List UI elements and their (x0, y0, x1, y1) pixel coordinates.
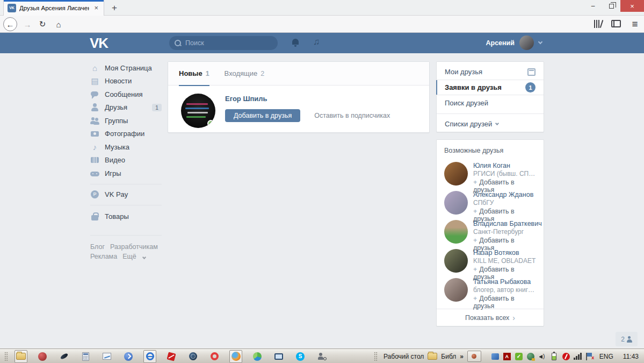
accept-friend-button[interactable]: Добавить в друзья (225, 109, 300, 122)
skype-button[interactable]: S (294, 350, 307, 363)
tab-incoming-requests[interactable]: Входящие 2 (225, 62, 265, 86)
vk-search-field[interactable]: Поиск (169, 36, 278, 50)
battery-icon (552, 353, 556, 360)
restore-button[interactable] (602, 0, 620, 12)
show-all-link[interactable]: Показать всех › (437, 309, 544, 326)
secure-globe-tray-icon[interactable] (526, 352, 535, 361)
toolbar-app-button[interactable] (467, 351, 481, 362)
toolbar-overflow-icon[interactable]: » (460, 353, 464, 360)
user-menu[interactable]: Арсений (486, 35, 542, 50)
footer-link-more[interactable]: Ещё (122, 253, 136, 260)
footer-link-ads[interactable]: Реклама (90, 253, 117, 260)
sidebar-toggle-icon[interactable] (611, 20, 621, 27)
menu-item-friend-requests[interactable]: Заявки в друзья 1 (437, 80, 544, 95)
suggestion-avatar[interactable] (444, 162, 468, 186)
network-error-tray-icon[interactable]: x (585, 352, 594, 361)
menu-item-friend-lists[interactable]: Списки друзей (437, 116, 544, 132)
red-pinwheel-icon[interactable] (165, 350, 178, 363)
mini-magnifier-icon (323, 357, 327, 360)
toolbar-grip[interactable] (374, 352, 378, 361)
home-button[interactable]: ⌂ (52, 17, 66, 31)
sidebar-item-label: Сообщения (105, 90, 143, 98)
dark-app-icon[interactable] (57, 350, 70, 363)
dark-globe-icon[interactable] (186, 350, 199, 363)
adobe-icon: A (503, 353, 511, 360)
user-mail-tray-icon[interactable] (491, 352, 500, 361)
internet-explorer-button[interactable] (143, 350, 156, 363)
clock[interactable]: 11:43 (623, 353, 639, 360)
library-toolbar-label[interactable]: Библ (441, 353, 456, 360)
sidebar-item-groups[interactable]: Группы (90, 114, 162, 127)
active-tab-underline (179, 85, 209, 86)
adobe-tray-icon[interactable]: A (503, 352, 511, 361)
vk-favicon: VK (8, 4, 16, 12)
sidebar-item-messages[interactable]: Сообщения (90, 88, 162, 101)
blue-app-icon[interactable] (122, 350, 135, 363)
red-circle-icon (38, 352, 47, 361)
sidebar-item-friends[interactable]: Друзья 1 (90, 101, 162, 115)
language-indicator[interactable]: ENG (599, 353, 613, 360)
explorer-taskbar-button[interactable] (15, 350, 27, 363)
suggestion-avatar[interactable] (444, 220, 468, 244)
volume-tray-icon[interactable] (538, 352, 547, 361)
suggestion-name[interactable]: Назар Вотяков (473, 249, 536, 257)
network-signal-tray-icon[interactable] (574, 352, 582, 361)
keep-as-follower-link[interactable]: Оставить в подписчиках (314, 112, 390, 119)
globe-app-button[interactable] (251, 350, 264, 363)
presentation-app-button[interactable] (272, 350, 285, 363)
user-search-button[interactable] (315, 350, 328, 363)
hamburger-menu-icon[interactable]: ≡ (628, 17, 641, 31)
minimize-button[interactable]: – (584, 0, 602, 12)
footer-link-developers[interactable]: Разработчикам (110, 243, 158, 251)
desktop-toolbar-label[interactable]: Рабочий стол (383, 353, 424, 360)
reload-button[interactable]: ↻ (35, 17, 49, 31)
online-friends-widget[interactable]: 2 (616, 332, 638, 346)
sidebar-item-market[interactable]: Товары (90, 210, 162, 223)
sidebar-item-music[interactable]: ♪ Музыка (90, 140, 162, 154)
suggestion-name[interactable]: Юлия Коган (473, 162, 536, 169)
suggestion-avatar[interactable] (444, 278, 468, 302)
green-check-tray-icon[interactable]: ✓ (515, 352, 523, 361)
requests-tabstrip: Новые 1 Входящие 2 (168, 62, 429, 86)
sidebar-item-news[interactable]: ▤ Новости (90, 75, 162, 88)
forward-button[interactable]: → (20, 17, 34, 31)
suggestion-avatar[interactable] (444, 249, 468, 273)
sidebar-item-my-page[interactable]: ⌂ Моя Страница (90, 61, 162, 75)
suggestion-name[interactable]: Владислав Браткевич (473, 220, 536, 227)
battery-tray-icon[interactable] (550, 352, 559, 361)
sidebar-item-video[interactable]: Видео (90, 154, 162, 167)
footer-link-blog[interactable]: Блог (90, 243, 105, 251)
antivirus-tray-icon[interactable] (562, 352, 570, 361)
suggestion-avatar[interactable] (444, 191, 468, 215)
menu-item-find-friends[interactable]: Поиск друзей (437, 95, 544, 111)
suggestion-name[interactable]: Александр Жданов (473, 191, 536, 198)
add-friend-link[interactable]: +Добавить в друзья (473, 295, 536, 310)
opera-button[interactable] (208, 350, 221, 363)
vk-logo[interactable]: VK (90, 35, 108, 52)
sidebar-item-games[interactable]: Игры (90, 167, 162, 180)
music-icon[interactable]: ♫ (313, 37, 320, 47)
chevron-down-icon (142, 255, 146, 259)
browser-tab[interactable]: VK Друзья Арсения Лисаченко – × (3, 0, 104, 16)
sidebar-item-label: Игры (105, 169, 121, 177)
requests-count-badge: 1 (525, 82, 536, 92)
red-app-icon[interactable] (36, 350, 49, 363)
chart-icon (103, 353, 111, 360)
firefox-taskbar-button[interactable] (229, 350, 242, 363)
requester-name[interactable]: Егор Шпиль (225, 95, 390, 103)
menu-item-my-friends[interactable]: Мои друзья (437, 64, 544, 80)
tab-new-requests[interactable]: Новые 1 (179, 62, 209, 86)
notifications-bell-icon[interactable] (291, 38, 300, 47)
close-button[interactable]: × (620, 0, 644, 12)
new-tab-button[interactable]: + (107, 1, 121, 15)
calculator-icon[interactable] (79, 350, 92, 363)
sidebar-item-photos[interactable]: Фотографии (90, 127, 162, 141)
back-button[interactable]: ← (3, 17, 17, 31)
toolbar-grip[interactable] (4, 352, 8, 361)
library-icon[interactable] (593, 19, 604, 29)
suggestion-name[interactable]: Татьяна Рыбакова (473, 278, 536, 286)
tab-close-icon[interactable]: × (92, 4, 100, 12)
media-app-icon[interactable] (100, 350, 113, 363)
sidebar-item-vkpay[interactable]: VK Pay (90, 188, 162, 202)
requester-avatar[interactable] (181, 94, 215, 128)
